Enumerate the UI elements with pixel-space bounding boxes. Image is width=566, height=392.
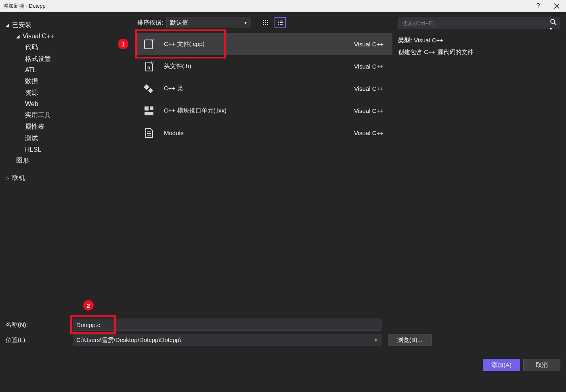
svg-text:++: ++	[151, 39, 155, 42]
search-icon[interactable]: ▾	[550, 19, 557, 33]
list-view-button[interactable]	[275, 17, 286, 28]
svg-rect-21	[145, 106, 149, 111]
tree-item[interactable]: 属性表	[6, 121, 134, 133]
tree-label: 格式设置	[25, 55, 51, 63]
details-panel: ▾ 类型: Visual C++ 创建包含 C++ 源代码的文件	[392, 12, 566, 315]
template-name: 头文件(.h)	[164, 63, 345, 70]
template-item-cpp-class[interactable]: C++ 类 Visual C++	[137, 77, 392, 100]
tree-label: 测试	[25, 134, 38, 143]
cancel-label: 取消	[536, 361, 548, 369]
svg-rect-20	[148, 88, 153, 93]
sort-dropdown[interactable]: 默认值 ▼	[166, 17, 251, 28]
svg-rect-7	[265, 24, 266, 25]
grid-view-button[interactable]	[260, 17, 271, 28]
svg-rect-22	[150, 106, 153, 110]
svg-rect-5	[267, 22, 268, 23]
category-tree: ◢已安装 ◢Visual C++ 代码 格式设置 ATL 数据 资源 Web 实…	[0, 12, 137, 315]
type-label: 类型:	[398, 37, 412, 44]
svg-rect-9	[278, 21, 279, 21]
template-lang: Visual C++	[354, 85, 387, 92]
list-icon	[277, 19, 283, 26]
template-name: Module	[164, 129, 345, 136]
template-lang: Visual C++	[354, 63, 387, 70]
template-name: C++ 模块接口单元(.ixx)	[164, 107, 345, 115]
add-button[interactable]: 添加(A)	[483, 359, 520, 371]
cpp-file-icon: ++	[143, 38, 155, 50]
tree-item[interactable]: HLSL	[6, 144, 134, 155]
caret-down-icon: ◢	[16, 34, 20, 39]
tree-label: 图形	[16, 156, 29, 165]
tree-label: 属性表	[25, 123, 44, 131]
tree-item[interactable]: ATL	[6, 65, 134, 75]
svg-rect-6	[263, 24, 264, 25]
browse-label: 浏览(B)...	[397, 336, 423, 344]
template-item-header-file[interactable]: h++ 头文件(.h) Visual C++	[137, 55, 392, 77]
dialog-footer: 添加(A) 取消	[0, 355, 566, 375]
name-label: 名称(N):	[6, 321, 66, 329]
chevron-down-icon: ▼	[374, 338, 378, 342]
svg-rect-12	[280, 22, 283, 23]
template-lang: Visual C++	[354, 41, 387, 48]
template-item-module[interactable]: Module Visual C++	[137, 122, 392, 144]
caret-down-icon: ◢	[6, 23, 10, 28]
svg-rect-14	[280, 24, 283, 25]
close-button[interactable]	[547, 0, 566, 12]
type-value: Visual C++	[414, 37, 443, 44]
help-button[interactable]: ?	[529, 0, 547, 12]
annotation-badge-1: 1	[118, 39, 128, 49]
search-input[interactable]	[398, 17, 560, 29]
close-icon	[554, 3, 560, 9]
tree-label: HLSL	[25, 146, 41, 153]
titlebar: 添加新项 - Dotcpp ?	[0, 0, 566, 12]
location-dropdown[interactable]: C:\Users\雪雳\Desktop\Dotcpp\Dotcpp\ ▼	[73, 334, 382, 346]
cancel-button[interactable]: 取消	[523, 359, 560, 371]
svg-text:h: h	[147, 65, 150, 70]
tree-label: 实用工具	[25, 111, 51, 119]
template-lang: Visual C++	[354, 107, 387, 114]
svg-rect-8	[267, 24, 268, 25]
bottom-fields: 2 名称(N): 位置(L): C:\Users\雪雳\Desktop\Dotc…	[0, 315, 566, 355]
tree-item[interactable]: 实用工具	[6, 109, 134, 121]
svg-line-28	[554, 23, 556, 25]
tree-installed[interactable]: ◢已安装	[6, 19, 134, 31]
svg-rect-11	[278, 22, 279, 23]
template-list: 1 ++ C++ 文件(.cpp) Visual C++ h++ 头文件(.h)…	[137, 33, 392, 315]
grid-icon	[262, 19, 269, 26]
tree-label: ATL	[25, 67, 36, 74]
template-name: C++ 类	[164, 85, 345, 92]
tree-online[interactable]: ▷联机	[6, 172, 134, 184]
tree-visual-cpp[interactable]: ◢Visual C++	[6, 31, 134, 42]
tree-label: 已安装	[12, 21, 31, 29]
chevron-down-icon: ▼	[243, 21, 247, 25]
module-icon	[143, 127, 155, 139]
tree-item[interactable]: Web	[6, 99, 134, 109]
tree-item[interactable]: 资源	[6, 87, 134, 99]
tree-label: 数据	[25, 77, 38, 85]
sort-value: 默认值	[170, 19, 188, 27]
template-item-module-interface[interactable]: C++ 模块接口单元(.ixx) Visual C++	[137, 100, 392, 122]
module-interface-icon	[143, 105, 155, 117]
tree-item[interactable]: 测试	[6, 133, 134, 144]
location-label: 位置(L):	[6, 336, 66, 344]
tree-item[interactable]: 格式设置	[6, 53, 134, 65]
tree-label: Visual C++	[23, 33, 54, 40]
add-label: 添加(A)	[491, 361, 511, 369]
name-input[interactable]	[73, 319, 382, 331]
template-lang: Visual C++	[354, 129, 387, 136]
location-value: C:\Users\雪雳\Desktop\Dotcpp\Dotcpp\	[76, 336, 181, 344]
tree-label: Web	[25, 100, 38, 108]
tree-item[interactable]: 代码	[6, 42, 134, 53]
type-description: 创建包含 C++ 源代码的文件	[398, 46, 560, 58]
svg-rect-23	[145, 112, 153, 115]
svg-point-27	[551, 19, 555, 23]
browse-button[interactable]: 浏览(B)...	[388, 334, 432, 346]
svg-rect-2	[267, 20, 268, 21]
tree-item[interactable]: 数据	[6, 75, 134, 87]
svg-rect-3	[263, 22, 264, 23]
tree-graphics[interactable]: 图形	[6, 155, 134, 167]
annotation-badge-2: 2	[83, 300, 94, 311]
details-info: 类型: Visual C++ 创建包含 C++ 源代码的文件	[398, 35, 560, 58]
svg-rect-4	[265, 22, 266, 23]
header-file-icon: h++	[143, 60, 155, 73]
svg-rect-0	[263, 20, 264, 21]
